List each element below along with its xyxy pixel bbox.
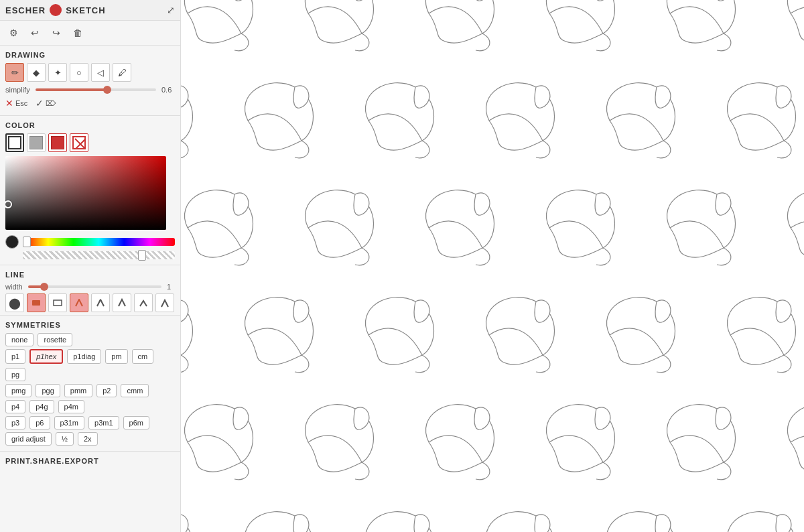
sym-rosette[interactable]: rosette [38, 333, 72, 346]
cap-flat-btn[interactable] [48, 293, 67, 312]
accept-icon: ✓ [36, 98, 44, 109]
opacity-slider[interactable] [23, 251, 175, 259]
sym-half[interactable]: ½ [56, 432, 74, 446]
sym-pm[interactable]: pm [105, 349, 127, 364]
footer-label[interactable]: PRINT.SHARE.EXPORT [0, 452, 180, 470]
circle-tool[interactable]: ○ [70, 63, 88, 82]
drawing-tools: ✏ ◆ ✦ ○ ◁ 🖊 [5, 63, 175, 82]
color-gradient [5, 156, 166, 230]
symmetries-title: SYMMETRIES [5, 321, 175, 329]
sym-pmg[interactable]: pmg [5, 384, 31, 397]
pencil-tool[interactable]: ✏ [5, 63, 24, 82]
left-panel: ESCHER SKETCH ⤢ ⚙ ↩ ↪ 🗑 DRAWING ✏ ◆ ✦ ○ … [0, 0, 181, 532]
esc-item: ✕ Esc [5, 98, 27, 109]
hue-row [5, 235, 175, 249]
sym-2x[interactable]: 2x [78, 432, 98, 446]
gear-tool[interactable]: ✦ [48, 63, 67, 82]
undo-button[interactable]: ↩ [27, 25, 43, 41]
sym-pgg[interactable]: pgg [36, 384, 60, 397]
color-type-flat[interactable] [27, 133, 46, 152]
app-logo [50, 4, 62, 16]
esc-row: ✕ Esc ✓ ⌦ [5, 98, 175, 109]
accept-label: ⌦ [46, 99, 56, 108]
fill-tool[interactable]: 🖊 [113, 63, 131, 82]
color-type-outline[interactable] [5, 133, 24, 152]
line-section-title: LINE [5, 271, 175, 279]
drawing-section-title: DRAWING [5, 51, 175, 59]
color-type-row [5, 133, 175, 152]
color-swatch-circle [5, 235, 19, 249]
sym-cm[interactable]: cm [132, 349, 154, 364]
app-header: ESCHER SKETCH ⤢ [0, 0, 180, 21]
sym-row-2: p1 p1hex p1diag pm cm pg [5, 349, 175, 381]
join-miter-btn[interactable] [113, 293, 131, 312]
color-section: COLOR [0, 116, 180, 265]
sym-p1hex[interactable]: p1hex [29, 349, 63, 364]
app-title-left: ESCHER [5, 5, 46, 15]
opacity-spacer [5, 251, 19, 259]
sym-p4[interactable]: p4 [5, 400, 25, 413]
line-tools: ⬤ [5, 293, 175, 312]
color-type-x[interactable] [70, 133, 88, 152]
cancel-icon: ✕ [5, 98, 13, 109]
symmetries-section: SYMMETRIES none rosette p1 p1hex p1diag … [0, 316, 180, 452]
sym-row-1: none rosette [5, 333, 175, 346]
width-label: width [5, 283, 23, 291]
width-value: 1 [167, 283, 175, 291]
select-tool[interactable]: ◆ [27, 63, 46, 82]
expand-icon[interactable]: ⤢ [167, 5, 175, 15]
delete-button[interactable]: 🗑 [70, 25, 86, 41]
pattern-canvas[interactable] [181, 0, 804, 532]
opacity-row [5, 251, 175, 259]
simplify-row: simplify 0.6 [5, 86, 175, 94]
svg-rect-3 [54, 300, 62, 306]
sym-p4m[interactable]: p4m [58, 400, 84, 413]
app-title-right: SKETCH [66, 5, 105, 15]
x-swatch [72, 136, 86, 149]
sym-row-6: grid adjust ½ 2x [5, 432, 175, 446]
toolbar: ⚙ ↩ ↪ 🗑 [0, 21, 180, 46]
sym-none[interactable]: none [5, 333, 34, 346]
redo-button[interactable]: ↪ [48, 25, 64, 41]
width-row: width 1 [5, 283, 175, 291]
sym-p1[interactable]: p1 [5, 349, 25, 364]
join-round-btn[interactable] [70, 293, 88, 312]
drawing-section: DRAWING ✏ ◆ ✦ ○ ◁ 🖊 simplify 0.6 ✕ Esc ✓… [0, 46, 180, 116]
hue-slider[interactable] [23, 238, 175, 246]
outline-swatch [8, 136, 21, 149]
sym-p31m[interactable]: p31m [54, 416, 85, 429]
sym-p6m[interactable]: p6m [123, 416, 149, 429]
sym-p3m1[interactable]: p3m1 [88, 416, 119, 429]
color-type-red[interactable] [48, 133, 67, 152]
sym-pmm[interactable]: pmm [64, 384, 92, 397]
sym-pg[interactable]: pg [5, 368, 25, 381]
canvas-area[interactable] [181, 0, 804, 532]
esc-label: Esc [15, 99, 27, 107]
sym-p6[interactable]: p6 [29, 416, 50, 429]
line-alt2-btn[interactable] [155, 293, 174, 312]
sym-row-4: p4 p4g p4m [5, 400, 175, 413]
cap-round-btn[interactable]: ⬤ [5, 293, 24, 312]
sym-row-3: pmg pgg pmm p2 cmm [5, 384, 175, 397]
flat-swatch [29, 136, 43, 149]
red-swatch [51, 136, 64, 149]
color-picker[interactable] [5, 156, 166, 230]
sym-p2[interactable]: p2 [96, 384, 117, 397]
width-slider[interactable] [28, 285, 161, 288]
sym-grid-adjust[interactable]: grid adjust [5, 432, 52, 446]
accept-item: ✓ ⌦ [36, 98, 56, 109]
sym-p4g[interactable]: p4g [29, 400, 54, 413]
sym-p1diag[interactable]: p1diag [67, 349, 101, 364]
line-alt1-btn[interactable] [134, 293, 153, 312]
sym-row-5: p3 p6 p31m p3m1 p6m [5, 416, 175, 429]
sym-cmm[interactable]: cmm [121, 384, 149, 397]
cap-square-btn[interactable] [27, 293, 46, 312]
simplify-slider[interactable] [36, 88, 156, 91]
sym-p3[interactable]: p3 [5, 416, 25, 429]
line-section: LINE width 1 ⬤ [0, 265, 180, 316]
settings-button[interactable]: ⚙ [5, 25, 21, 41]
svg-rect-2 [32, 300, 40, 306]
simplify-value: 0.6 [161, 86, 175, 94]
path-tool[interactable]: ◁ [91, 63, 110, 82]
join-bevel-btn[interactable] [91, 293, 110, 312]
